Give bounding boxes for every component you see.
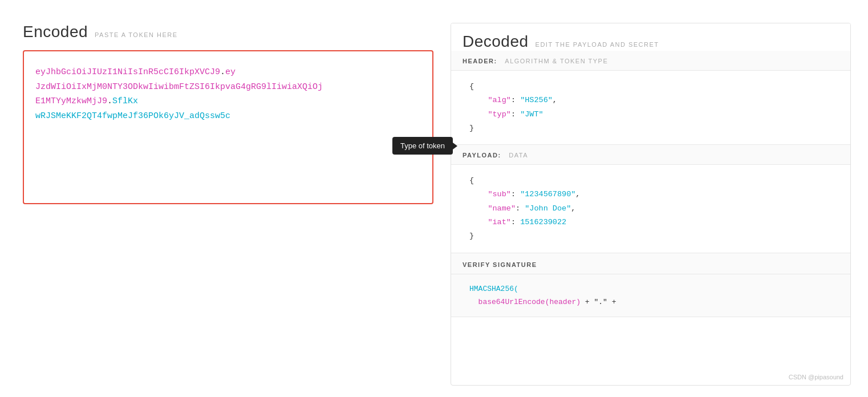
verify-content[interactable]: HMACSHA256( base64UrlEncode(header) + ".…	[451, 274, 850, 317]
verify-func: HMACSHA256(	[469, 285, 518, 293]
tooltip-text: Type of token	[400, 141, 445, 150]
verify-label: VERIFY SIGNATURE	[451, 253, 850, 274]
decoded-subtitle: EDIT THE PAYLOAD AND SECRET	[536, 41, 659, 48]
header-label: HEADER:	[463, 58, 497, 64]
verify-plus-text: "."	[594, 298, 607, 306]
header-sublabel: ALGORITHM & TOKEN TYPE	[505, 58, 608, 64]
encoded-panel: Encoded PASTE A TOKEN HERE eyJhbGciOiJIU…	[23, 23, 451, 386]
verify-arg1: base64UrlEncode(header)	[478, 298, 581, 306]
decoded-header-row: Decoded EDIT THE PAYLOAD AND SECRET	[451, 23, 850, 51]
payload-content[interactable]: { "sub": "1234567890", "name": "John Doe…	[451, 165, 850, 252]
header-section-label: HEADER: ALGORITHM & TOKEN TYPE	[451, 51, 850, 71]
token-text: eyJhbGciOiJIUzI1NiIsInR5cCI6IkpXVCJ9.eyJ…	[35, 65, 421, 123]
payload-sub: 1234567890	[525, 190, 571, 198]
payload-section-label: PAYLOAD: DATA	[451, 145, 850, 165]
header-typ: JWT	[525, 110, 538, 119]
tooltip-box: Type of token	[392, 137, 453, 155]
encoded-header: Encoded PASTE A TOKEN HERE	[23, 23, 433, 41]
decoded-title: Decoded	[463, 33, 529, 51]
header-alg: HS256	[525, 96, 548, 104]
verify-section: VERIFY SIGNATURE HMACSHA256( base64UrlEn…	[451, 253, 850, 318]
payload-iat: 1516239022	[520, 218, 566, 226]
tooltip: Type of token	[392, 137, 453, 155]
payload-sublabel: DATA	[509, 152, 528, 159]
decoded-panel: Decoded EDIT THE PAYLOAD AND SECRET HEAD…	[451, 23, 851, 386]
payload-section: PAYLOAD: DATA { "sub": "1234567890", "na…	[451, 145, 850, 253]
token-part1: eyJhbGciOiJIUzI1NiIsInR5cCI6IkpXVCJ9	[35, 67, 220, 77]
encoded-title: Encoded	[23, 23, 88, 41]
encoded-subtitle: PASTE A TOKEN HERE	[95, 31, 178, 38]
header-content[interactable]: { "alg": "HS256", "typ": "JWT" }	[451, 71, 850, 144]
payload-label: PAYLOAD:	[463, 152, 501, 159]
payload-name: John Doe	[529, 204, 566, 213]
header-section: HEADER: ALGORITHM & TOKEN TYPE { "alg": …	[451, 51, 850, 145]
watermark: CSDN @pipasound	[789, 374, 843, 380]
token-input-area[interactable]: eyJhbGciOiJIUzI1NiIsInR5cCI6IkpXVCJ9.eyJ…	[23, 50, 433, 204]
